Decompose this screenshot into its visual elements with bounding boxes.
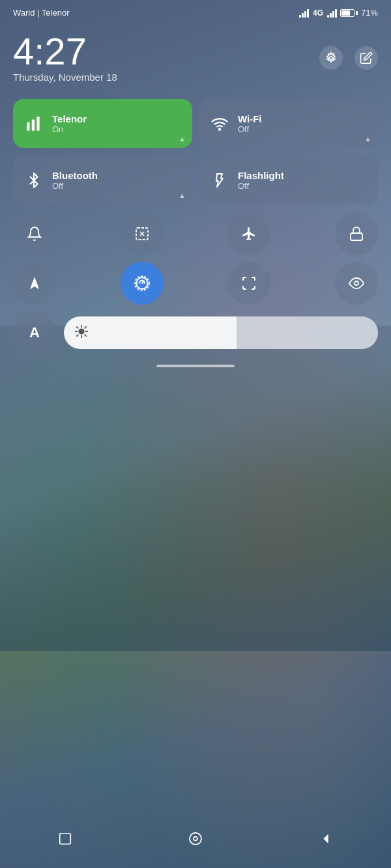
edit-icon-btn[interactable] (355, 46, 378, 70)
svg-line-19 (85, 326, 86, 328)
bell-btn[interactable] (13, 212, 56, 255)
svg-point-11 (79, 329, 83, 333)
bluetooth-icon (23, 170, 44, 191)
brightness-slider[interactable] (64, 316, 378, 349)
telenor-toggle[interactable]: Telenor On ▲ (13, 99, 192, 148)
svg-point-22 (194, 837, 197, 841)
screenshot-icon (134, 226, 150, 242)
home-icon (188, 831, 203, 847)
clock-date: Thursday, November 18 (13, 72, 117, 83)
font-label: A (29, 324, 40, 341)
svg-rect-3 (36, 117, 39, 131)
toggle-grid-row1: Telenor On ▲ Wi-Fi Off ▲ (13, 99, 378, 148)
location-icon (27, 275, 42, 291)
home-btn[interactable] (182, 826, 209, 852)
carrier-text: Warid | Telenor (13, 8, 69, 18)
autorotate-btn[interactable] (121, 262, 164, 305)
edit-icon (360, 51, 373, 64)
signal-icon-1 (299, 8, 309, 18)
clock-area: 4:27 Thursday, November 18 (13, 29, 378, 86)
signal-icon-2 (327, 8, 337, 18)
recents-btn[interactable] (52, 826, 78, 852)
svg-marker-7 (30, 277, 39, 289)
svg-rect-1 (27, 122, 29, 130)
svg-line-15 (85, 335, 86, 336)
svg-marker-23 (323, 834, 328, 844)
telenor-text: Telenor On (52, 113, 87, 134)
autorotate-icon (134, 275, 151, 292)
eye-btn[interactable] (335, 262, 378, 305)
svg-line-18 (77, 335, 78, 336)
wifi-arrow: ▲ (364, 135, 371, 143)
recents-icon (58, 832, 72, 846)
svg-rect-6 (351, 233, 362, 240)
quick-icon-row2 (13, 262, 378, 305)
bell-icon (27, 226, 42, 242)
status-right: 4G 71% (299, 8, 378, 18)
clock-icons (319, 46, 378, 70)
wifi-icon (209, 113, 230, 134)
bluetooth-arrow: ▲ (179, 191, 186, 199)
status-bar: Warid | Telenor 4G 71% (0, 0, 391, 23)
back-btn[interactable] (313, 826, 339, 852)
wifi-text: Wi-Fi Off (238, 113, 262, 134)
back-icon (319, 832, 333, 846)
brightness-icon (74, 324, 89, 342)
home-bar (156, 365, 235, 367)
svg-point-4 (219, 128, 220, 130)
bluetooth-toggle[interactable]: Bluetooth Off ▲ (13, 156, 192, 204)
flashlight-toggle[interactable]: Flashlight Off (199, 156, 378, 204)
flashlight-icon (209, 170, 230, 191)
scan-btn[interactable] (227, 262, 270, 305)
lock-btn[interactable] (335, 212, 378, 255)
toggle-grid-row2: Bluetooth Off ▲ Flashlight Off (13, 156, 378, 204)
brightness-row: A (13, 311, 378, 354)
location-btn[interactable] (13, 262, 56, 305)
lock-icon (349, 226, 364, 242)
clock-display: 4:27 Thursday, November 18 (13, 33, 117, 83)
svg-rect-20 (60, 833, 71, 845)
airplane-icon (241, 226, 257, 242)
settings-icon (325, 51, 338, 64)
quick-icon-row1 (13, 212, 378, 255)
clock-time: 4:27 (13, 33, 117, 70)
bluetooth-text: Bluetooth Off (52, 170, 98, 191)
control-center: 4:27 Thursday, November 18 (0, 23, 391, 388)
svg-point-10 (355, 281, 358, 285)
home-indicator (13, 365, 378, 367)
wifi-toggle[interactable]: Wi-Fi Off ▲ (199, 99, 378, 148)
nav-bar (0, 816, 391, 868)
brightness-remaining (237, 316, 378, 349)
network-type: 4G (313, 8, 323, 18)
eye-icon (349, 275, 364, 291)
telenor-icon (23, 113, 44, 134)
telenor-arrow: ▲ (179, 135, 186, 143)
flashlight-text: Flashlight Off (238, 170, 284, 191)
scan-icon (241, 275, 257, 291)
settings-icon-btn[interactable] (319, 46, 343, 70)
font-btn[interactable]: A (13, 311, 56, 354)
svg-rect-2 (32, 119, 35, 130)
battery-percent: 71% (361, 8, 378, 18)
svg-line-14 (77, 326, 78, 328)
screenshot-btn[interactable] (121, 212, 164, 255)
airplane-btn[interactable] (227, 212, 270, 255)
battery-icon (340, 9, 358, 17)
svg-point-0 (330, 56, 333, 59)
svg-point-21 (190, 833, 201, 845)
signal-icon (25, 115, 42, 132)
